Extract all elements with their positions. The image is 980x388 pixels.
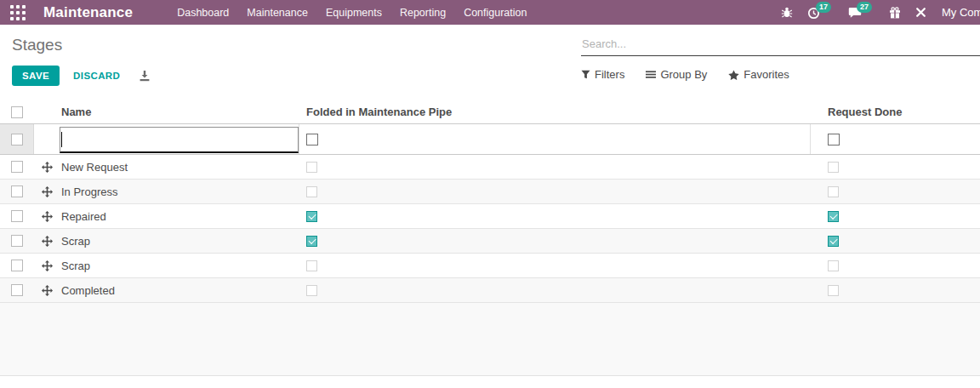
stage-name: Repaired	[61, 210, 106, 223]
drag-handle-icon[interactable]	[34, 254, 60, 277]
table-header-row: Name Folded in Maintenance Pipe Request …	[0, 100, 980, 124]
stage-name-cell[interactable]: Scrap	[60, 229, 299, 253]
request-done-checkbox[interactable]	[828, 134, 840, 146]
table-body: New Request In Progress Repaired	[0, 124, 980, 303]
menu-dashboard[interactable]: Dashboard	[177, 7, 229, 19]
menu-reporting[interactable]: Reporting	[400, 7, 446, 19]
stages-list-table: Name Folded in Maintenance Pipe Request …	[0, 100, 980, 303]
apps-grid-icon[interactable]	[10, 5, 26, 20]
stage-name: Scrap	[61, 260, 90, 272]
navbar-menus: Dashboard Maintenance Equipments Reporti…	[177, 7, 527, 19]
row-select-checkbox[interactable]	[11, 235, 23, 247]
app-brand-title[interactable]: Maintenance	[43, 4, 133, 21]
handle-header-cell	[34, 100, 60, 123]
folded-checkbox[interactable]	[306, 211, 317, 222]
request-done-checkbox[interactable]	[828, 211, 839, 222]
stage-name-cell[interactable]: In Progress	[60, 180, 299, 203]
row-select-checkbox[interactable]	[11, 284, 23, 296]
folded-checkbox[interactable]	[306, 260, 317, 271]
favorites-button[interactable]: Favorites	[728, 68, 789, 81]
record-action-buttons: SAVE DISCARD	[12, 66, 151, 86]
discard-button[interactable]: DISCARD	[73, 71, 120, 81]
folded-edit-cell	[299, 124, 811, 154]
menu-configuration[interactable]: Configuration	[464, 7, 527, 19]
request-done-edit-cell	[811, 124, 980, 154]
table-row-new-edit[interactable]	[0, 124, 980, 155]
whats-new-gift-icon[interactable]	[889, 0, 902, 25]
drag-handle-icon[interactable]	[34, 155, 60, 179]
top-navbar: Maintenance Dashboard Maintenance Equipm…	[0, 0, 980, 25]
row-select-checkbox[interactable]	[11, 210, 23, 222]
search-filter-buttons: Filters Group By Favorites	[581, 68, 789, 81]
request-done-checkbox[interactable]	[828, 260, 839, 271]
navbar-right-tools: 17 27 My Compa	[781, 0, 980, 25]
stage-name-cell[interactable]: New Request	[60, 155, 299, 179]
activities-clock-icon[interactable]: 17	[807, 0, 835, 25]
stage-name-cell[interactable]: Repaired	[60, 204, 299, 228]
table-row[interactable]: Completed	[0, 278, 980, 303]
table-row[interactable]: New Request	[0, 155, 980, 180]
group-by-lines-icon	[646, 70, 656, 79]
support-cross-icon[interactable]	[915, 0, 928, 25]
menu-equipments[interactable]: Equipments	[326, 7, 382, 19]
save-button[interactable]: SAVE	[12, 66, 60, 86]
bottom-strip	[0, 375, 980, 388]
table-row[interactable]: Scrap	[0, 254, 980, 278]
stage-name: In Progress	[61, 185, 117, 198]
star-icon	[728, 70, 739, 80]
request-done-checkbox[interactable]	[828, 285, 839, 296]
table-row[interactable]: Repaired	[0, 204, 980, 229]
stage-name: Completed	[61, 284, 115, 297]
stage-name-input[interactable]	[62, 134, 283, 146]
table-row[interactable]: Scrap	[0, 229, 980, 254]
request-done-checkbox[interactable]	[828, 186, 839, 197]
stage-name-cell[interactable]: Scrap	[60, 254, 299, 277]
stage-name-cell[interactable]: Completed	[60, 278, 299, 302]
select-all-cell	[0, 100, 34, 123]
stage-name-input-box	[60, 127, 299, 153]
user-company-menu[interactable]: My Compa	[942, 6, 980, 19]
filters-button[interactable]: Filters	[581, 68, 624, 81]
folded-checkbox[interactable]	[306, 162, 317, 173]
search-input[interactable]	[581, 35, 980, 56]
stage-name-edit-cell	[60, 124, 299, 154]
stage-name: New Request	[61, 161, 128, 174]
messages-chat-icon[interactable]: 27	[848, 0, 875, 25]
folded-checkbox[interactable]	[306, 134, 318, 146]
row-select-checkbox[interactable]	[11, 260, 23, 271]
activity-count-badge: 17	[816, 2, 831, 13]
row-select-checkbox[interactable]	[11, 185, 23, 197]
export-download-icon[interactable]	[138, 70, 151, 83]
row-handle-cell	[34, 124, 60, 154]
row-select-checkbox[interactable]	[11, 134, 23, 146]
folded-checkbox[interactable]	[306, 236, 317, 247]
funnel-icon	[581, 70, 590, 79]
drag-handle-icon[interactable]	[34, 278, 60, 302]
request-done-checkbox[interactable]	[828, 236, 839, 247]
message-count-badge: 27	[857, 2, 872, 13]
group-by-button[interactable]: Group By	[646, 68, 707, 81]
row-select-checkbox[interactable]	[11, 161, 23, 173]
request-done-checkbox[interactable]	[828, 162, 839, 173]
folded-checkbox[interactable]	[306, 285, 317, 296]
search-box	[581, 35, 980, 56]
column-header-folded[interactable]: Folded in Maintenance Pipe	[299, 100, 811, 123]
folded-checkbox[interactable]	[306, 186, 317, 197]
menu-maintenance[interactable]: Maintenance	[247, 7, 308, 19]
drag-handle-icon[interactable]	[34, 204, 60, 228]
page-title: Stages	[12, 36, 62, 54]
control-panel: Stages SAVE DISCARD Filters Group By	[0, 25, 980, 100]
content-background	[0, 303, 980, 375]
select-all-checkbox[interactable]	[11, 106, 23, 118]
column-header-request-done[interactable]: Request Done	[811, 100, 980, 123]
drag-handle-icon[interactable]	[34, 180, 60, 203]
stage-name: Scrap	[61, 235, 90, 248]
debug-bug-icon[interactable]	[781, 0, 794, 25]
row-select-cell	[0, 124, 34, 154]
column-header-name[interactable]: Name	[60, 100, 299, 123]
drag-handle-icon[interactable]	[34, 229, 60, 253]
table-row[interactable]: In Progress	[0, 180, 980, 204]
